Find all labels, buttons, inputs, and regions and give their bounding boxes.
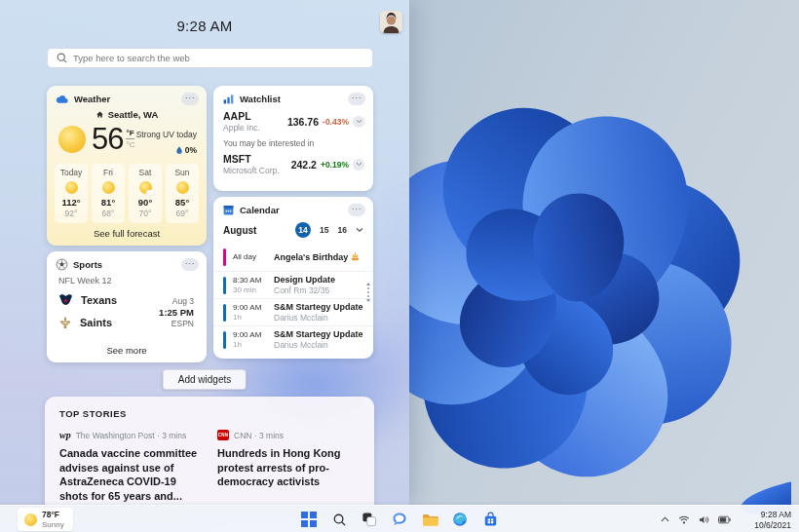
taskbar-weather-button[interactable]: 78°F Sunny	[18, 508, 73, 531]
event-duration: 30 min	[233, 285, 274, 294]
forecast-day-label: Sat	[129, 168, 162, 177]
forecast-low: 69°	[166, 209, 199, 218]
windows-logo-icon	[301, 512, 317, 527]
team-name: Saints	[80, 317, 112, 328]
saints-logo-icon	[58, 316, 72, 329]
forecast-day[interactable]: Today 112° 92°	[55, 164, 88, 223]
file-explorer-icon	[422, 513, 438, 527]
watchlist-widget[interactable]: Watchlist ··· AAPL Apple Inc. 136.76 -0.…	[213, 86, 373, 191]
article-meta: CNN · 3 mins	[234, 431, 284, 440]
edge-icon	[452, 512, 468, 527]
event-time: All day	[233, 252, 274, 261]
edge-browser-button[interactable]	[449, 509, 471, 530]
widgets-column-left: Weather ··· Seattle, WA 56 °F	[47, 86, 207, 362]
calendar-icon	[222, 204, 235, 216]
stock-company: Apple Inc.	[223, 123, 260, 133]
chevron-up-icon[interactable]	[661, 516, 669, 522]
stock-change: -0.43%	[323, 117, 349, 127]
sports-widget[interactable]: Sports ··· NFL Week 12 Texans	[47, 251, 207, 362]
event-color-bar	[223, 277, 226, 294]
calendar-event[interactable]: All day Angela's Birthday	[213, 244, 373, 271]
washington-post-logo-icon: wp	[59, 430, 71, 440]
event-time: 9:00 AM	[233, 303, 274, 312]
stock-row[interactable]: MSFT Microsoft Corp. 242.2 +0.19%	[213, 151, 373, 175]
stock-symbol: AAPL	[223, 110, 260, 122]
unit-toggle[interactable]: °F °C	[126, 129, 134, 149]
house-icon	[95, 110, 104, 119]
calendar-more-button[interactable]: ···	[348, 204, 365, 216]
news-article[interactable]: wp The Washington Post · 3 mins Canada v…	[59, 430, 202, 503]
game-info: Aug 3 1:25 PM ESPN	[159, 296, 194, 328]
chat-icon	[392, 512, 407, 527]
see-full-forecast-link[interactable]: See full forecast	[47, 228, 207, 239]
unit-celsius[interactable]: °C	[126, 139, 134, 149]
watchlist-more-button[interactable]: ···	[348, 93, 365, 105]
volume-icon[interactable]	[699, 515, 709, 524]
weather-widget[interactable]: Weather ··· Seattle, WA 56 °F	[47, 86, 207, 246]
clock-time: 9:28 AM	[754, 510, 791, 520]
date-option[interactable]: 15	[320, 225, 328, 235]
forecast-day-label: Today	[55, 168, 88, 177]
watchlist-title: Watchlist	[240, 94, 281, 104]
see-more-link[interactable]: See more	[47, 345, 207, 356]
event-subtitle: Conf Rm 32/35	[274, 285, 335, 295]
chevron-down-icon	[356, 119, 362, 124]
add-widgets-button[interactable]: Add widgets	[163, 369, 247, 390]
calendar-widget[interactable]: Calendar ··· August 14 15 16	[213, 197, 373, 359]
stock-price: 136.76	[287, 116, 319, 128]
chevron-down-icon[interactable]	[356, 227, 363, 233]
user-avatar[interactable]	[380, 11, 402, 33]
calendar-event[interactable]: 9:00 AM 1h S&M Startegy Update Darius Mc…	[213, 298, 373, 325]
weather-location: Seattle, WA	[108, 109, 159, 120]
taskbar-search-button[interactable]	[328, 509, 350, 530]
sun-icon	[24, 513, 37, 526]
chat-button[interactable]	[389, 509, 410, 530]
calendar-event[interactable]: 8:30 AM 30 min Design Update Conf Rm 32/…	[213, 271, 373, 298]
calendar-scrollbar[interactable]	[366, 283, 370, 302]
selected-date[interactable]: 14	[295, 222, 311, 238]
stock-expand-button[interactable]	[353, 116, 364, 128]
widgets-grid: Weather ··· Seattle, WA 56 °F	[47, 86, 373, 362]
date-option[interactable]: 16	[338, 225, 347, 235]
calendar-event[interactable]: 9:00 AM 1h S&M Startegy Update Darius Mc…	[213, 325, 373, 353]
forecast-day[interactable]: Fri 81° 68°	[92, 164, 125, 223]
event-duration: 1h	[233, 340, 274, 349]
droplet-icon	[176, 146, 182, 154]
file-explorer-button[interactable]	[419, 509, 440, 530]
task-view-button[interactable]	[359, 509, 380, 530]
sun-icon	[58, 126, 86, 153]
taskbar-clock[interactable]: 9:28 AM 10/6/2021	[754, 510, 791, 530]
game-time: 1:25 PM	[159, 307, 194, 318]
taskbar-app-icons	[298, 506, 501, 532]
event-time: 8:30 AM	[233, 276, 274, 285]
microsoft-store-button[interactable]	[479, 509, 501, 530]
search-input[interactable]	[47, 48, 373, 68]
soccer-ball-icon	[56, 258, 68, 271]
stock-expand-button[interactable]	[353, 159, 364, 171]
weather-location-row: Seattle, WA	[47, 109, 207, 120]
forecast-low: 70°	[129, 209, 162, 218]
calendar-title: Calendar	[240, 205, 280, 215]
top-stories-title: TOP STORIES	[59, 408, 360, 419]
stock-price: 242.2	[291, 159, 317, 171]
system-tray	[661, 506, 731, 532]
forecast-day[interactable]: Sat 90° 70°	[129, 164, 162, 223]
start-button[interactable]	[298, 509, 320, 530]
unit-fahrenheit[interactable]: °F	[126, 129, 134, 139]
forecast-high: 112°	[55, 197, 88, 208]
watchlist-note: You may be interested in	[223, 138, 373, 148]
sports-more-button[interactable]: ···	[181, 258, 199, 271]
forecast-day[interactable]: Sun 85° 69°	[166, 164, 199, 223]
wifi-icon[interactable]	[678, 515, 690, 524]
avatar-image	[380, 11, 402, 33]
top-stories-section: TOP STORIES wp The Washington Post · 3 m…	[45, 397, 374, 505]
battery-icon[interactable]	[718, 515, 731, 524]
stock-row[interactable]: AAPL Apple Inc. 136.76 -0.43%	[213, 108, 373, 133]
stocks-chart-icon	[222, 93, 235, 105]
league-week: NFL Week 12	[58, 276, 207, 285]
chevron-down-icon	[356, 162, 362, 167]
news-article[interactable]: CNN CNN · 3 mins Hundreds in Hong Kong p…	[217, 430, 360, 503]
article-headline: Hundreds in Hong Kong protest arrests of…	[217, 446, 360, 489]
game-network: ESPN	[159, 319, 194, 328]
weather-more-button[interactable]: ···	[181, 93, 199, 105]
